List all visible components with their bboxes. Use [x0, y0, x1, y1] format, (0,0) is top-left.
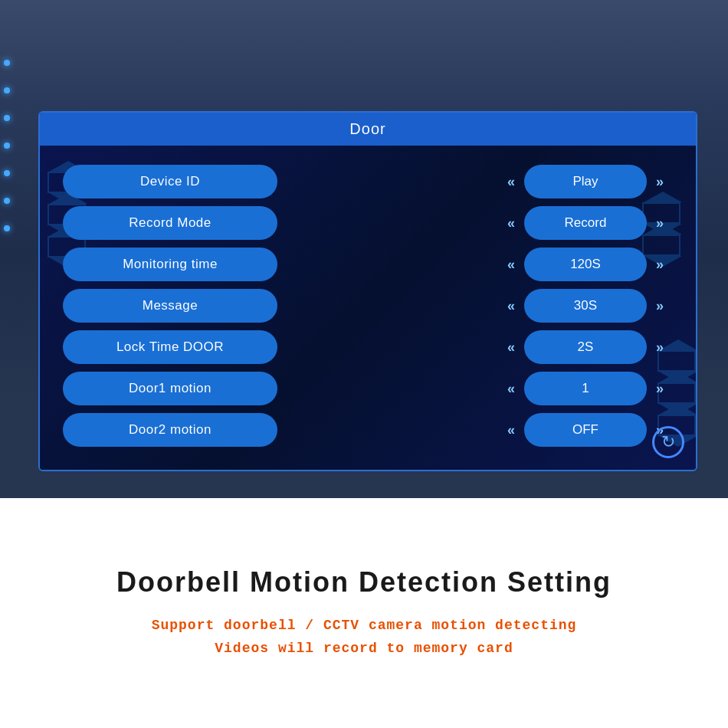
bottom-text-section: Doorbell Motion Detection Setting Suppor… [0, 498, 728, 728]
arrow-left-door2-motion[interactable]: « [498, 422, 524, 438]
arrow-left-door1-motion[interactable]: « [498, 381, 524, 397]
panel-title: Door [349, 120, 385, 137]
arrow-right-device-id[interactable]: » [647, 174, 673, 190]
bottom-title: Doorbell Motion Detection Setting [116, 566, 612, 598]
arrow-right-monitoring-time[interactable]: » [647, 257, 673, 273]
label-button-message[interactable]: Message [63, 289, 277, 323]
arrow-left-record-mode[interactable]: « [498, 215, 524, 231]
side-dot-7 [4, 225, 10, 231]
bottom-subtitle-line2: Videos will record to memory card [215, 641, 513, 656]
arrow-left-message[interactable]: « [498, 298, 524, 314]
panel-body: Device ID « Play » Record Mode « Record … [40, 146, 696, 470]
settings-container: Device ID « Play » Record Mode « Record … [63, 165, 673, 447]
panel-header: Door [40, 113, 696, 146]
side-dot-4 [4, 143, 10, 149]
setting-row-door1-motion: Door1 motion « 1 » [63, 372, 673, 405]
value-button-device-id[interactable]: Play [524, 165, 647, 198]
setting-row-monitoring-time: Monitoring time « 120S » [63, 248, 673, 281]
bottom-subtitle-line1: Support doorbell / CCTV camera motion de… [152, 618, 577, 633]
setting-row-device-id: Device ID « Play » [63, 165, 673, 198]
label-button-device-id[interactable]: Device ID [63, 165, 277, 198]
arrow-left-lock-time-door[interactable]: « [498, 339, 524, 356]
side-dot-6 [4, 198, 10, 204]
side-dots [4, 38, 10, 253]
refresh-button[interactable]: ↻ [652, 426, 684, 458]
setting-row-message: Message « 30S » [63, 289, 673, 323]
arrow-right-record-mode[interactable]: » [647, 215, 673, 231]
arrow-left-monitoring-time[interactable]: « [498, 257, 524, 273]
setting-row-door2-motion: Door2 motion « OFF » [63, 413, 673, 447]
value-button-door1-motion[interactable]: 1 [524, 372, 647, 405]
side-dot-2 [4, 87, 10, 93]
value-button-monitoring-time[interactable]: 120S [524, 248, 647, 281]
side-dot-1 [4, 60, 10, 66]
refresh-button-wrap: ↻ [652, 426, 684, 458]
side-dot-3 [4, 115, 10, 121]
setting-row-record-mode: Record Mode « Record » [63, 206, 673, 240]
label-button-door1-motion[interactable]: Door1 motion [63, 372, 277, 405]
value-button-record-mode[interactable]: Record [524, 206, 647, 240]
arrow-right-message[interactable]: » [647, 298, 673, 314]
arrow-right-door1-motion[interactable]: » [647, 381, 673, 397]
value-button-lock-time-door[interactable]: 2S [524, 330, 647, 364]
label-button-monitoring-time[interactable]: Monitoring time [63, 248, 277, 281]
side-dot-5 [4, 170, 10, 176]
label-button-record-mode[interactable]: Record Mode [63, 206, 277, 240]
label-button-door2-motion[interactable]: Door2 motion [63, 413, 277, 447]
arrow-left-device-id[interactable]: « [498, 174, 524, 190]
settings-panel: Door Device ID « Play » Record Mode [38, 111, 697, 471]
label-button-lock-time-door[interactable]: Lock Time DOOR [63, 330, 277, 364]
value-button-message[interactable]: 30S [524, 289, 647, 323]
refresh-icon: ↻ [661, 432, 675, 452]
arrow-right-lock-time-door[interactable]: » [647, 339, 673, 356]
setting-row-lock-time-door: Lock Time DOOR « 2S » [63, 330, 673, 364]
value-button-door2-motion[interactable]: OFF [524, 413, 647, 447]
